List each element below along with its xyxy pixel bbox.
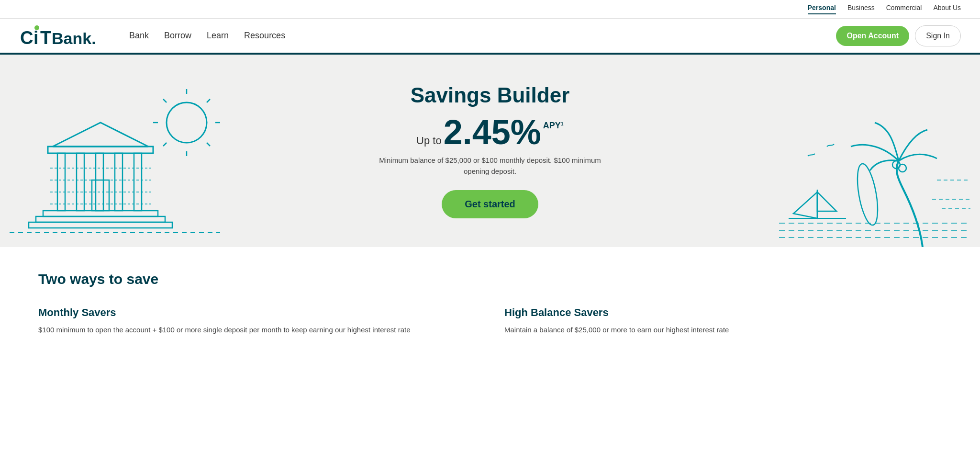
svg-point-5 bbox=[167, 102, 207, 143]
svg-point-31 bbox=[899, 164, 906, 172]
svg-point-2 bbox=[34, 25, 39, 30]
hero-title: Savings Builder bbox=[375, 83, 605, 107]
beach-illustration bbox=[779, 84, 970, 247]
svg-text:T: T bbox=[40, 28, 51, 48]
hero-content: Savings Builder Up to 2.45% APY¹ Minimum… bbox=[366, 74, 614, 228]
building-illustration bbox=[10, 84, 220, 247]
top-nav: Personal Business Commercial About Us bbox=[0, 0, 980, 19]
svg-rect-19 bbox=[115, 153, 122, 211]
savings-cards: Monthly Savers $100 minimum to open the … bbox=[38, 306, 942, 336]
topnav-commercial[interactable]: Commercial bbox=[886, 4, 922, 14]
logo[interactable]: C i T Bank. bbox=[19, 24, 105, 48]
nav-right: Open Account Sign In bbox=[836, 25, 961, 46]
svg-rect-24 bbox=[92, 180, 109, 211]
get-started-button[interactable]: Get started bbox=[442, 190, 538, 218]
savings-card-monthly: Monthly Savers $100 minimum to open the … bbox=[38, 306, 476, 336]
svg-rect-18 bbox=[96, 153, 103, 211]
topnav-personal[interactable]: Personal bbox=[808, 4, 836, 14]
savings-section: Two ways to save Monthly Savers $100 min… bbox=[0, 247, 980, 350]
svg-marker-14 bbox=[53, 123, 148, 147]
sign-in-button[interactable]: Sign In bbox=[915, 25, 961, 46]
svg-rect-16 bbox=[57, 153, 65, 211]
hero-upto-text: Up to bbox=[416, 135, 442, 147]
nav-left: C i T Bank. Bank Borrow Learn Resources bbox=[19, 24, 285, 48]
hero-apy-text: APY¹ bbox=[543, 121, 564, 131]
svg-line-13 bbox=[163, 143, 167, 146]
topnav-business[interactable]: Business bbox=[847, 4, 875, 14]
svg-rect-15 bbox=[48, 147, 153, 153]
hero-rate-line: Up to 2.45% APY¹ bbox=[375, 115, 605, 149]
savings-section-title: Two ways to save bbox=[38, 271, 942, 287]
monthly-savers-desc: $100 minimum to open the account + $100 … bbox=[38, 325, 476, 336]
svg-rect-21 bbox=[43, 211, 158, 216]
svg-rect-22 bbox=[36, 216, 165, 222]
hero-rate-value: 2.45% bbox=[444, 115, 541, 149]
svg-point-32 bbox=[854, 162, 881, 226]
main-nav: C i T Bank. Bank Borrow Learn Resources … bbox=[0, 19, 980, 55]
high-balance-desc: Maintain a balance of $25,000 or more to… bbox=[504, 325, 942, 336]
topnav-aboutus[interactable]: About Us bbox=[933, 4, 961, 14]
high-balance-title: High Balance Savers bbox=[504, 306, 942, 319]
savings-card-highbalance: High Balance Savers Maintain a balance o… bbox=[504, 306, 942, 336]
svg-text:C: C bbox=[20, 28, 33, 48]
svg-text:Bank.: Bank. bbox=[52, 29, 96, 47]
svg-marker-35 bbox=[817, 192, 836, 211]
nav-learn[interactable]: Learn bbox=[207, 31, 229, 40]
svg-line-10 bbox=[163, 99, 167, 102]
svg-text:i: i bbox=[33, 28, 38, 48]
nav-bank[interactable]: Bank bbox=[129, 31, 149, 40]
open-account-button[interactable]: Open Account bbox=[836, 26, 909, 46]
nav-borrow[interactable]: Borrow bbox=[164, 31, 191, 40]
svg-rect-23 bbox=[29, 222, 172, 228]
svg-rect-20 bbox=[134, 153, 142, 211]
svg-rect-17 bbox=[77, 153, 84, 211]
hero-section: Savings Builder Up to 2.45% APY¹ Minimum… bbox=[0, 55, 980, 247]
monthly-savers-title: Monthly Savers bbox=[38, 306, 476, 319]
nav-links: Bank Borrow Learn Resources bbox=[129, 31, 285, 41]
svg-marker-34 bbox=[793, 192, 817, 218]
nav-resources[interactable]: Resources bbox=[244, 31, 285, 40]
hero-description: Minimum balance of $25,000 or $100 month… bbox=[375, 155, 605, 177]
svg-line-12 bbox=[207, 99, 210, 102]
svg-line-11 bbox=[207, 143, 210, 146]
